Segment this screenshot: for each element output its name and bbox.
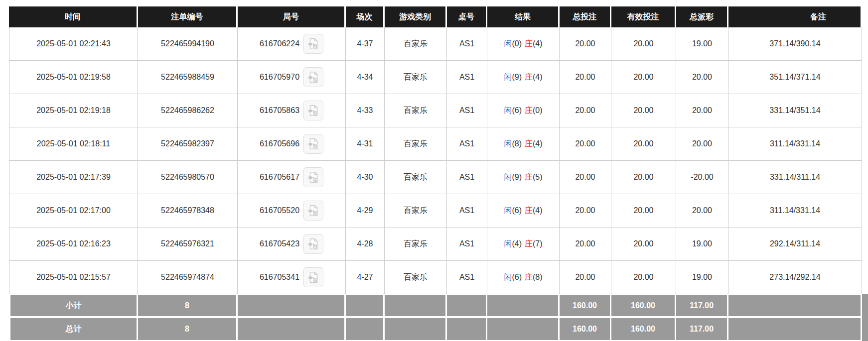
cell-round-no: 616705696 [238, 127, 346, 161]
grandtotal-count: 8 [138, 318, 238, 341]
cell-remark: 311.14/331.14 [728, 127, 862, 161]
cell-round-no: 616705617 [238, 161, 346, 194]
cell-table-no: AS1 [447, 61, 487, 94]
cell-game-type: 百家乐 [385, 261, 447, 294]
cell-valid-bet: 20.00 [611, 194, 676, 227]
table-body: 2025-05-01 02:21:43 522465994190 6167062… [9, 27, 862, 294]
cell-result: 闲(8)庄(4) [487, 127, 560, 161]
col-header-time: 时间 [9, 6, 138, 27]
result-player-score: (9) [512, 173, 522, 181]
cell-table-no: AS1 [447, 127, 487, 161]
video-replay-button[interactable] [303, 267, 323, 287]
grandtotal-empty-game-type [385, 318, 447, 341]
grandtotal-payout: 117.00 [676, 318, 728, 341]
cell-game-type: 百家乐 [385, 227, 447, 261]
cell-time: 2025-05-01 02:19:18 [9, 94, 138, 127]
round-number: 616705341 [260, 273, 299, 282]
table-row: 2025-05-01 02:17:00 522465978348 6167055… [9, 194, 862, 227]
result-banker-score: (5) [533, 173, 543, 181]
round-number: 616705617 [260, 173, 299, 182]
cell-payout: 20.00 [676, 94, 728, 127]
video-file-icon [307, 204, 320, 217]
video-file-icon [307, 271, 320, 284]
cell-result: 闲(4)庄(7) [487, 227, 560, 261]
subtotal-empty-result [487, 294, 560, 318]
col-header-remark: 备注 [728, 6, 862, 27]
cell-game-type: 百家乐 [385, 194, 447, 227]
video-file-icon [307, 237, 320, 250]
cell-round-no: 616705423 [238, 227, 346, 261]
result-banker-score: (0) [533, 106, 543, 114]
cell-valid-bet: 20.00 [611, 61, 676, 94]
table-row: 2025-05-01 02:17:39 522465980570 6167056… [9, 161, 862, 194]
grandtotal-empty-session [346, 318, 385, 341]
result-banker-label: 庄 [525, 206, 533, 215]
cell-payout: 19.00 [676, 261, 728, 294]
cell-total-bet[interactable]: 20.00 [560, 227, 611, 261]
cell-table-no: AS1 [447, 27, 487, 61]
video-file-icon [307, 37, 320, 50]
cell-result: 闲(6)庄(4) [487, 194, 560, 227]
grandtotal-label: 总计 [9, 318, 138, 341]
video-replay-button[interactable] [303, 134, 323, 154]
result-player-label: 闲 [504, 206, 512, 215]
cell-session: 4-33 [346, 94, 385, 127]
col-header-payout: 总派彩 [676, 6, 728, 27]
table-row: 2025-05-01 02:21:43 522465994190 6167062… [9, 27, 862, 61]
bet-history-page: 时间 注单编号 局号 场次 游戏类别 桌号 结果 总投注 有效投注 总派彩 备注… [0, 0, 868, 341]
grandtotal-empty-result [487, 318, 560, 341]
cell-game-type: 百家乐 [385, 94, 447, 127]
result-banker-score: (8) [533, 273, 543, 281]
subtotal-label: 小计 [9, 294, 138, 318]
video-replay-button[interactable] [303, 34, 323, 54]
cell-total-bet[interactable]: 20.00 [560, 94, 611, 127]
result-banker-label: 庄 [525, 73, 533, 81]
video-replay-button[interactable] [303, 201, 323, 221]
cell-session: 4-27 [346, 261, 385, 294]
cell-bet-id: 522465974874 [138, 261, 238, 294]
cell-valid-bet: 20.00 [611, 127, 676, 161]
cell-payout: 20.00 [676, 194, 728, 227]
cell-total-bet[interactable]: 20.00 [560, 27, 611, 61]
cell-result: 闲(0)庄(4) [487, 27, 560, 61]
result-player-label: 闲 [504, 39, 512, 48]
cell-bet-id: 522465982397 [138, 127, 238, 161]
col-header-table-no: 桌号 [447, 6, 487, 27]
round-number: 616705520 [260, 206, 299, 215]
result-player-label: 闲 [504, 139, 512, 148]
result-player-label: 闲 [504, 173, 512, 181]
video-replay-button[interactable] [303, 234, 323, 254]
video-replay-button[interactable] [303, 67, 323, 87]
cell-total-bet[interactable]: 20.00 [560, 127, 611, 161]
cell-total-bet[interactable]: 20.00 [560, 194, 611, 227]
cell-payout: 19.00 [676, 27, 728, 61]
grandtotal-empty-table-no [447, 318, 487, 341]
cell-total-bet[interactable]: 20.00 [560, 161, 611, 194]
video-file-icon [307, 137, 320, 150]
cell-session: 4-30 [346, 161, 385, 194]
cell-total-bet[interactable]: 20.00 [560, 61, 611, 94]
result-banker-label: 庄 [525, 273, 533, 281]
bet-history-table: 时间 注单编号 局号 场次 游戏类别 桌号 结果 总投注 有效投注 总派彩 备注… [9, 6, 862, 341]
result-player-score: (4) [512, 239, 522, 248]
table-row: 2025-05-01 02:16:23 522465976321 6167054… [9, 227, 862, 261]
cell-total-bet[interactable]: 20.00 [560, 261, 611, 294]
cell-payout: 20.00 [676, 61, 728, 94]
cell-remark: 371.14/390.14 [728, 27, 862, 61]
video-replay-button[interactable] [303, 167, 323, 187]
subtotal-empty-session [346, 294, 385, 318]
col-header-total-bet: 总投注 [560, 6, 611, 27]
video-replay-button[interactable] [303, 101, 323, 120]
result-player-score: (6) [512, 206, 522, 215]
cell-time: 2025-05-01 02:17:00 [9, 194, 138, 227]
cell-time: 2025-05-01 02:16:23 [9, 227, 138, 261]
table-row: 2025-05-01 02:19:18 522465986262 6167058… [9, 94, 862, 127]
cell-result: 闲(6)庄(8) [487, 261, 560, 294]
subtotal-empty-round [238, 294, 346, 318]
result-player-score: (6) [512, 106, 522, 114]
cell-round-no: 616705341 [238, 261, 346, 294]
cell-session: 4-28 [346, 227, 385, 261]
cell-table-no: AS1 [447, 161, 487, 194]
table-row: 2025-05-01 02:18:11 522465982397 6167056… [9, 127, 862, 161]
cell-bet-id: 522465978348 [138, 194, 238, 227]
